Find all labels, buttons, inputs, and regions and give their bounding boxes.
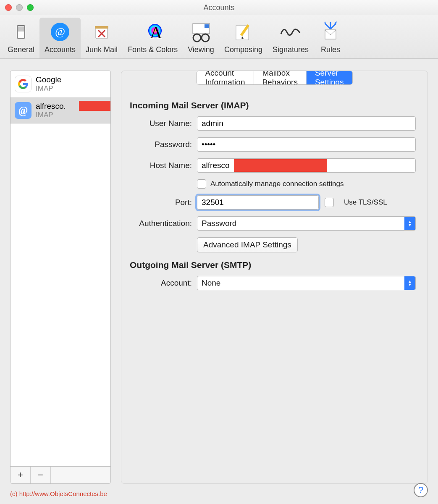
smtp-account-value: None — [202, 278, 220, 288]
accounts-sidebar: Google IMAP @ alfresco. IMAP + − — [10, 71, 111, 484]
row-smtp-account: Account: None ▲▼ — [128, 276, 416, 290]
smtp-account-label: Account: — [128, 278, 197, 288]
detail-panel: Account Information Mailbox Behaviors Se… — [121, 71, 428, 484]
rules-icon — [319, 20, 342, 44]
account-text: alfresco. IMAP — [36, 102, 66, 119]
toolbar-label: Composing — [224, 45, 262, 54]
tab-mailbox-behaviors[interactable]: Mailbox Behaviors — [254, 71, 307, 84]
redaction-block — [79, 101, 110, 111]
row-password: Password: — [128, 137, 416, 152]
toolbar-label: Rules — [321, 45, 340, 54]
titlebar: Accounts — [0, 0, 438, 15]
sidebar-footer: + − — [10, 466, 110, 483]
auto-manage-label: Automatically manage connection settings — [210, 180, 344, 188]
row-username: User Name: — [128, 116, 416, 131]
toolbar-label: Junk Mail — [86, 45, 118, 54]
account-text: Google IMAP — [36, 75, 61, 93]
at-icon: @ — [15, 102, 31, 119]
row-advanced: Advanced IMAP Settings — [128, 237, 416, 252]
chevron-updown-icon: ▲▼ — [404, 276, 415, 290]
toolbar-rules[interactable]: Rules — [314, 18, 347, 58]
account-subtype: IMAP — [36, 84, 61, 93]
port-input[interactable] — [197, 195, 319, 210]
auth-label: Authentication: — [128, 219, 197, 228]
tab-label: Server Settings — [315, 71, 344, 85]
smtp-account-select[interactable]: None ▲▼ — [197, 276, 416, 290]
copyright-note: (c) http://www.ObjetsConnectes.be — [10, 490, 107, 497]
auth-select[interactable]: Password ▲▼ — [197, 216, 416, 231]
server-settings-form: Incoming Mail Server (IMAP) User Name: P… — [121, 71, 428, 305]
accounts-list: Google IMAP @ alfresco. IMAP — [10, 71, 110, 466]
svg-text:A: A — [150, 23, 162, 42]
account-subtype: IMAP — [36, 111, 66, 119]
svg-point-12 — [193, 34, 201, 42]
account-row-alfresco[interactable]: @ alfresco. IMAP — [10, 97, 110, 124]
advanced-imap-button[interactable]: Advanced IMAP Settings — [197, 237, 298, 252]
general-icon — [9, 20, 33, 44]
accounts-icon: @ — [48, 20, 72, 44]
preferences-toolbar: General @ Accounts Junk Mail A Fonts & C… — [0, 15, 438, 59]
chevron-updown-icon: ▲▼ — [404, 217, 415, 230]
hostname-label: Host Name: — [128, 161, 197, 170]
toolbar-label: Fonts & Colors — [128, 45, 178, 54]
toolbar-fonts-colors[interactable]: A Fonts & Colors — [123, 18, 183, 58]
row-hostname: Host Name: — [128, 158, 416, 173]
toolbar-label: Signatures — [273, 45, 309, 54]
svg-text:@: @ — [55, 26, 65, 38]
fonts-colors-icon: A — [141, 20, 165, 44]
password-label: Password: — [128, 140, 197, 149]
window-title: Accounts — [0, 3, 438, 12]
incoming-heading: Incoming Mail Server (IMAP) — [130, 100, 416, 110]
viewing-icon — [189, 20, 213, 44]
toolbar-label: Viewing — [188, 45, 214, 54]
row-port: Port: Use TLS/SSL — [128, 195, 416, 210]
content-area: Google IMAP @ alfresco. IMAP + − Account… — [0, 59, 438, 491]
tab-server-settings[interactable]: Server Settings — [307, 71, 352, 84]
tab-label: Account Information — [205, 71, 245, 85]
password-input[interactable] — [197, 137, 416, 152]
row-auto-manage: Automatically manage connection settings — [128, 179, 416, 189]
toolbar-composing[interactable]: Composing — [219, 18, 268, 58]
close-icon[interactable] — [5, 4, 12, 11]
auto-manage-checkbox[interactable] — [197, 179, 206, 189]
tls-checkbox[interactable] — [325, 198, 334, 207]
toolbar-signatures[interactable]: Signatures — [268, 18, 314, 58]
toolbar-viewing[interactable]: Viewing — [183, 18, 219, 58]
username-label: User Name: — [128, 119, 197, 128]
account-name: alfresco. — [36, 102, 66, 111]
toolbar-label: General — [8, 45, 34, 54]
add-account-button[interactable]: + — [10, 467, 31, 483]
composing-icon — [231, 20, 255, 44]
username-input[interactable] — [197, 116, 416, 131]
signatures-icon — [279, 20, 302, 44]
tab-account-information[interactable]: Account Information — [197, 71, 254, 84]
help-button[interactable]: ? — [414, 483, 428, 497]
row-authentication: Authentication: Password ▲▼ — [128, 216, 416, 231]
google-icon — [15, 76, 31, 92]
svg-point-13 — [202, 34, 209, 42]
junk-mail-icon — [90, 20, 113, 44]
toolbar-junk-mail[interactable]: Junk Mail — [81, 18, 123, 58]
zoom-icon[interactable] — [27, 4, 34, 11]
redaction-block — [234, 159, 327, 172]
toolbar-general[interactable]: General — [3, 18, 39, 58]
window-controls — [5, 4, 34, 11]
auth-value: Password — [202, 219, 236, 228]
svg-rect-5 — [95, 26, 108, 29]
settings-tabs: Account Information Mailbox Behaviors Se… — [196, 71, 352, 85]
svg-rect-1 — [18, 26, 24, 32]
account-name: Google — [36, 75, 61, 84]
tls-label: Use TLS/SSL — [344, 198, 387, 207]
remove-account-button[interactable]: − — [31, 467, 51, 483]
port-label: Port: — [128, 198, 197, 207]
minimize-icon[interactable] — [16, 4, 23, 11]
tab-label: Mailbox Behaviors — [262, 71, 298, 85]
toolbar-accounts[interactable]: @ Accounts — [39, 18, 81, 58]
svg-rect-11 — [205, 24, 209, 28]
toolbar-label: Accounts — [45, 45, 76, 54]
outgoing-heading: Outgoing Mail Server (SMTP) — [130, 260, 416, 270]
account-row-google[interactable]: Google IMAP — [10, 71, 110, 97]
